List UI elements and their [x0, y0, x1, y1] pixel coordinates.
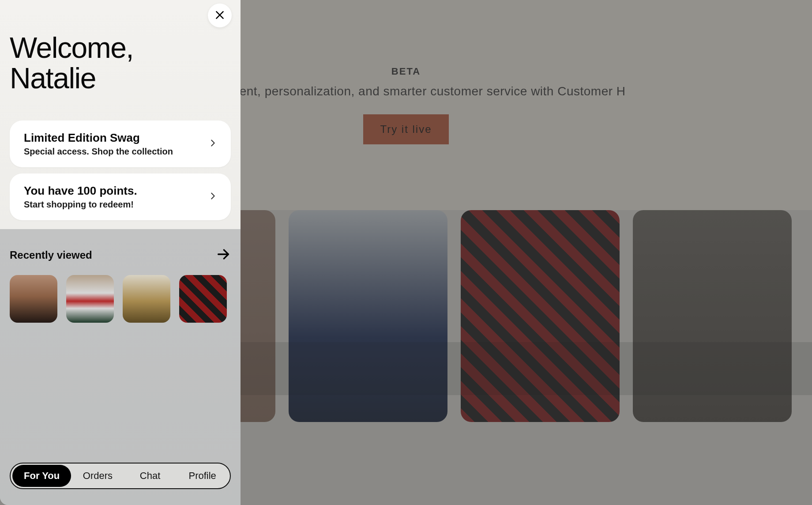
close-button[interactable] [208, 4, 232, 27]
bottom-nav: For You Orders Chat Profile [10, 463, 231, 489]
recently-viewed-item[interactable] [123, 275, 170, 323]
welcome-line2: Natalie [10, 62, 96, 94]
welcome-line1: Welcome, [10, 31, 133, 64]
nav-tab-for-you[interactable]: For You [12, 465, 71, 487]
recently-viewed-item[interactable] [10, 275, 57, 323]
promo-cards: Limited Edition Swag Special access. Sho… [0, 94, 241, 220]
nav-tab-profile[interactable]: Profile [177, 465, 228, 487]
card-subtitle: Special access. Shop the collection [24, 147, 203, 157]
recently-viewed-item[interactable] [179, 275, 227, 323]
card-title: Limited Edition Swag [24, 131, 203, 145]
welcome-heading: Welcome, Natalie [0, 0, 241, 94]
card-subtitle: Start shopping to redeem! [24, 200, 203, 210]
chevron-right-icon [208, 191, 218, 203]
recently-viewed-item[interactable] [66, 275, 114, 323]
customer-hub-panel: Welcome, Natalie Limited Edition Swag Sp… [0, 0, 241, 505]
recently-viewed-list [10, 275, 231, 323]
chevron-right-icon [208, 138, 218, 150]
card-title: You have 100 points. [24, 184, 203, 198]
close-icon [214, 9, 226, 22]
nav-tab-chat[interactable]: Chat [124, 465, 176, 487]
arrow-right-icon[interactable] [216, 247, 231, 264]
nav-tab-orders[interactable]: Orders [72, 465, 124, 487]
promo-card-swag[interactable]: Limited Edition Swag Special access. Sho… [10, 121, 231, 167]
recently-viewed-title: Recently viewed [10, 249, 92, 261]
promo-card-points[interactable]: You have 100 points. Start shopping to r… [10, 173, 231, 220]
